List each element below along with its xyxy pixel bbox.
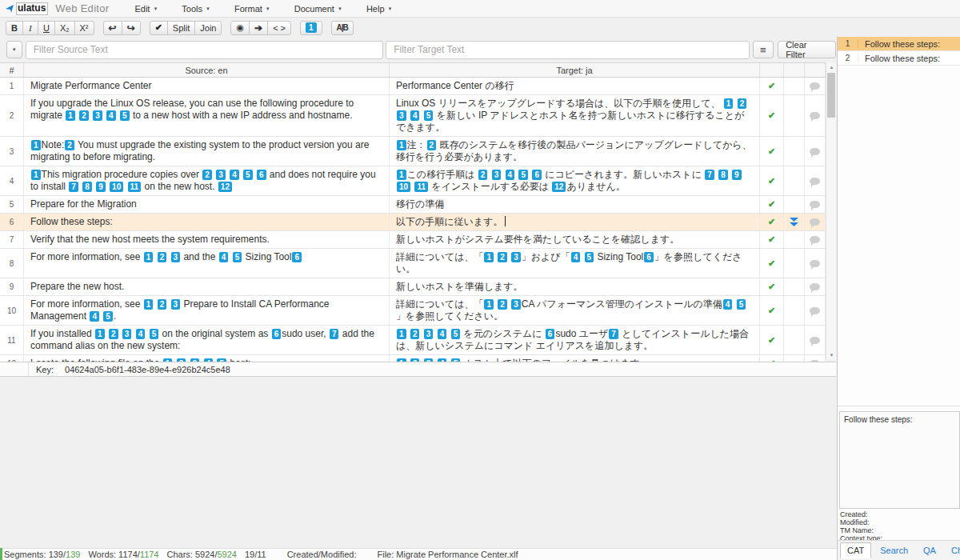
ab-layout-button[interactable]: A|B [331,21,354,35]
comment-bubble-icon[interactable] [805,278,826,295]
autopropagate-icon[interactable] [784,214,805,230]
inline-tag[interactable]: 12 [218,182,232,192]
confirm-segment-button[interactable]: ✔ [150,21,168,35]
inline-tag[interactable]: 5 [243,170,253,180]
target-cell[interactable]: 新しいホストがシステム要件を満たしていることを確認します。 [390,231,760,248]
autopropagate-icon[interactable] [784,278,805,295]
tab-cat[interactable]: CAT [840,542,871,558]
target-cell[interactable]: 1 2 3 4 5 を元のシステムに 6sudo ユーザ7 としてインストールし… [390,326,760,354]
inline-tag[interactable]: 2 [498,252,507,262]
inline-tag[interactable]: 6 [257,170,266,180]
inline-tag[interactable]: 4 [506,170,515,180]
inline-tag[interactable]: 5 [150,329,159,339]
filter-source-input[interactable] [26,41,384,59]
source-cell[interactable]: Migrate Performance Center [24,78,390,94]
source-cell[interactable]: If you installed 1 2 3 4 5 on the origin… [24,326,390,354]
inline-tag[interactable]: 8 [718,170,728,180]
tab-search[interactable]: Search [874,543,914,558]
table-row[interactable]: 10For more information, see 1 2 3 Prepar… [0,296,826,326]
inline-tag[interactable]: 2 [202,170,212,180]
autopropagate-icon[interactable] [784,78,805,94]
comment-bubble-icon[interactable] [805,95,826,136]
confirmed-check-icon[interactable]: ✔ [760,326,784,354]
table-row[interactable]: 41This migration procedure copies over 2… [0,166,826,196]
inline-tag[interactable]: 3 [122,329,132,339]
toggle-tag-display-button[interactable]: 1 [300,21,322,35]
segment-list-icon[interactable]: ≡ [753,41,774,58]
inline-tag[interactable]: 2 [498,299,507,310]
table-row[interactable]: 9Prepare the new host.新しいホストを準備します。✔ [0,278,826,296]
inline-tag[interactable]: 9 [732,170,742,180]
copy-source-button[interactable]: ◉ [230,21,250,35]
inline-tag[interactable]: 4 [90,311,99,322]
inline-tag[interactable]: 2 [478,170,488,180]
source-cell[interactable]: Prepare for the Migration [24,196,390,213]
confirmed-check-icon[interactable]: ✔ [760,278,784,295]
inline-tag[interactable]: 7 [69,182,78,192]
comment-bubble-icon[interactable] [805,166,826,195]
inline-tag[interactable]: 3 [397,110,406,121]
inline-tag[interactable]: 2 [158,252,167,262]
autopropagate-icon[interactable] [784,196,805,213]
underline-button[interactable]: U [38,21,55,35]
inline-tag[interactable]: 6 [644,252,654,262]
target-cell[interactable]: 以下の手順に従います。 [390,214,760,230]
inline-tag[interactable]: 2 [65,140,74,150]
tm-match-row[interactable]: 1Follow these steps: [838,37,960,51]
autopropagate-icon[interactable] [784,326,805,354]
filter-target-input[interactable] [386,41,749,59]
tab-changes[interactable]: Change [945,543,960,558]
inline-tag[interactable]: 2 [158,299,167,310]
inline-tag[interactable]: 1 [95,329,105,339]
autopropagate-icon[interactable] [784,296,805,325]
confirmed-check-icon[interactable]: ✔ [760,95,784,136]
filter-dropdown-button[interactable]: ▼ [6,41,22,58]
inline-tag[interactable]: 1 [484,299,494,310]
source-cell[interactable]: 1This migration procedure copies over 2 … [24,166,390,195]
menu-document[interactable]: Document▼ [294,4,342,14]
inline-tag[interactable]: 2 [109,329,118,339]
inline-tag[interactable]: 4 [230,170,239,180]
bold-button[interactable]: B [6,21,23,35]
target-cell[interactable]: 詳細については、「1 2 3」および「4 5 Sizing Tool6」を参照し… [390,249,760,278]
source-cell[interactable]: Follow these steps: [24,214,390,230]
table-scrollbar[interactable]: ▲ ▼ [826,62,836,360]
inline-tag[interactable]: 1 [31,140,41,150]
inline-tag[interactable]: 4 [438,329,447,339]
redo-button[interactable]: ↪ [122,21,141,35]
inline-tag[interactable]: 1 [66,110,75,121]
source-cell[interactable]: Verify that the new host meets the syste… [24,231,390,248]
inline-tag[interactable]: 7 [705,170,714,180]
inline-tag[interactable]: 3 [492,170,502,180]
comment-bubble-icon[interactable] [805,196,826,213]
inline-tag[interactable]: 1 [31,170,41,180]
inline-tag[interactable]: 5 [233,252,242,262]
inline-tag[interactable]: 12 [552,182,566,192]
inline-tag[interactable]: 1 [397,140,406,150]
inline-tag[interactable]: 5 [103,311,113,322]
table-row[interactable]: 7Verify that the new host meets the syst… [0,231,826,249]
inline-tag[interactable]: 1 [397,170,406,180]
inline-tag[interactable]: 3 [511,299,521,310]
confirmed-check-icon[interactable]: ✔ [760,166,784,195]
table-row[interactable]: 31Note:2 You must upgrade the existing s… [0,137,826,166]
inline-tag[interactable]: 3 [93,110,102,121]
inline-tag[interactable]: 1 [724,98,734,109]
inline-tag[interactable]: 10 [397,182,410,192]
comment-bubble-icon[interactable] [805,78,826,94]
target-cell[interactable]: 1注：2 既存のシステムを移行後の製品バージョンにアップグレードしてから、移行を… [390,137,760,166]
tm-match-row[interactable]: 2Follow these steps: [838,51,960,66]
inline-tag[interactable]: 2 [79,110,89,121]
scrollbar-thumb[interactable] [827,73,835,118]
comment-bubble-icon[interactable] [805,137,826,166]
source-cell[interactable]: If you upgrade the Linux OS release, you… [24,95,390,136]
autopropagate-icon[interactable] [784,166,805,195]
source-cell[interactable]: Prepare the new host. [24,278,390,295]
tab-qa[interactable]: QA [917,543,942,558]
target-cell[interactable]: 新しいホストを準備します。 [390,278,760,295]
comment-bubble-icon[interactable] [805,231,826,248]
inline-tag[interactable]: 4 [571,252,581,262]
target-cell[interactable]: Performance Center の移行 [390,78,760,94]
menu-help[interactable]: Help▼ [366,4,393,14]
inline-tag[interactable]: 5 [451,329,461,339]
